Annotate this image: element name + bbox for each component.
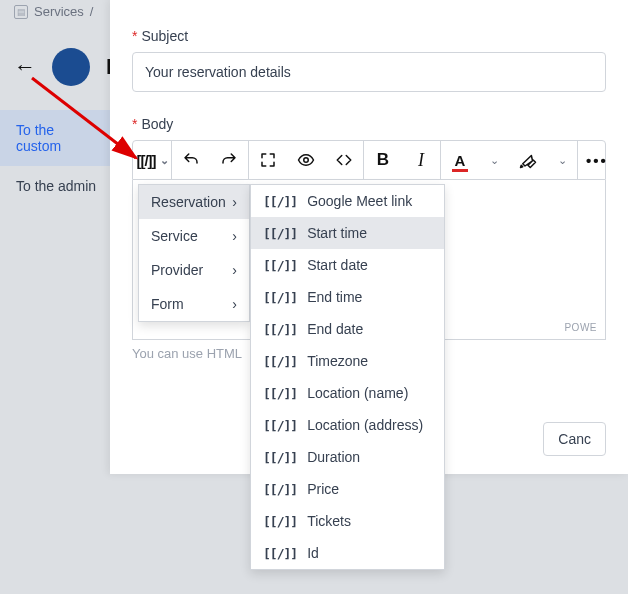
field-start-date[interactable]: [[/]]Start date	[251, 249, 444, 281]
merge-icon: [[/]]	[263, 194, 297, 209]
preview-button[interactable]	[287, 141, 325, 179]
field-tickets[interactable]: [[/]]Tickets	[251, 505, 444, 537]
chevron-down-icon: ⌄	[490, 154, 499, 167]
bold-button[interactable]: B	[364, 141, 402, 179]
required-marker: *	[132, 116, 137, 132]
menu-item-label: Reservation	[151, 194, 226, 210]
field-label: Start date	[307, 257, 368, 273]
marker-icon	[519, 151, 537, 169]
text-color-chevron[interactable]: ⌄	[479, 141, 509, 179]
field-label: Timezone	[307, 353, 368, 369]
avatar	[52, 48, 90, 86]
required-marker: *	[132, 28, 137, 44]
chevron-right-icon: ›	[232, 296, 237, 312]
sidebar-item-to-customer[interactable]: To the custom	[0, 110, 115, 166]
chevron-right-icon: ›	[232, 194, 237, 210]
back-arrow-icon[interactable]: ←	[14, 54, 36, 80]
merge-icon: [[/]]	[263, 418, 297, 433]
field-location-name[interactable]: [[/]]Location (name)	[251, 377, 444, 409]
italic-button[interactable]: I	[402, 141, 440, 179]
editor-toolbar: [[/]] ⌄ B I	[132, 140, 606, 180]
field-label: Start time	[307, 225, 367, 241]
menu-item-service[interactable]: Service ›	[139, 219, 249, 253]
merge-icon: [[/]]	[263, 226, 297, 241]
breadcrumb-root[interactable]: Services	[34, 4, 84, 19]
svg-point-0	[304, 158, 309, 163]
subject-input[interactable]	[132, 52, 606, 92]
sidebar-item-label: To the custom	[16, 122, 61, 154]
merge-glyph: [[/]]	[136, 152, 155, 169]
merge-icon: [[/]]	[263, 450, 297, 465]
merge-icon: [[/]]	[263, 514, 297, 529]
undo-icon	[182, 151, 200, 169]
text-color-button[interactable]: A	[441, 141, 479, 179]
merge-icon: [[/]]	[263, 258, 297, 273]
field-label: Location (name)	[307, 385, 408, 401]
menu-item-form[interactable]: Form ›	[139, 287, 249, 321]
code-icon	[335, 151, 353, 169]
field-label: End date	[307, 321, 363, 337]
field-end-time[interactable]: [[/]]End time	[251, 281, 444, 313]
menu-item-label: Form	[151, 296, 184, 312]
chevron-right-icon: ›	[232, 228, 237, 244]
eye-icon	[297, 151, 315, 169]
chevron-down-icon: ⌄	[558, 154, 567, 167]
highlight-chevron[interactable]: ⌄	[547, 141, 577, 179]
more-button[interactable]: •••	[578, 141, 616, 179]
merge-icon: [[/]]	[263, 290, 297, 305]
tb-group-more: •••	[578, 141, 616, 179]
subject-label: *Subject	[132, 28, 606, 44]
chevron-down-icon: ⌄	[160, 154, 168, 167]
field-end-date[interactable]: [[/]]End date	[251, 313, 444, 345]
merge-tags-button[interactable]: [[/]] ⌄	[133, 141, 171, 179]
body-label: *Body	[132, 116, 606, 132]
menu-item-label: Provider	[151, 262, 203, 278]
tb-group-format: B I	[364, 141, 441, 179]
field-label: Google Meet link	[307, 193, 412, 209]
modal-footer: Canc	[543, 422, 606, 456]
field-google-meet-link[interactable]: [[/]]Google Meet link	[251, 185, 444, 217]
field-label: Tickets	[307, 513, 351, 529]
tb-group-view	[249, 141, 364, 179]
field-location-address[interactable]: [[/]]Location (address)	[251, 409, 444, 441]
field-label: Id	[307, 545, 319, 561]
fullscreen-icon	[259, 151, 277, 169]
merge-icon: [[/]]	[263, 354, 297, 369]
breadcrumb-icon: ▤	[14, 5, 28, 19]
menu-item-provider[interactable]: Provider ›	[139, 253, 249, 287]
field-id[interactable]: [[/]]Id	[251, 537, 444, 569]
field-price[interactable]: [[/]]Price	[251, 473, 444, 505]
breadcrumb: ▤ Services /	[14, 4, 93, 19]
menu-item-label: Service	[151, 228, 198, 244]
merge-menu-categories: Reservation › Service › Provider › Form …	[138, 184, 250, 322]
merge-icon: [[/]]	[263, 386, 297, 401]
redo-button[interactable]	[210, 141, 248, 179]
field-timezone[interactable]: [[/]]Timezone	[251, 345, 444, 377]
field-label: End time	[307, 289, 362, 305]
redo-icon	[220, 151, 238, 169]
code-view-button[interactable]	[325, 141, 363, 179]
menu-item-reservation[interactable]: Reservation ›	[139, 185, 249, 219]
cancel-button[interactable]: Canc	[543, 422, 606, 456]
subject-field-group: *Subject	[132, 28, 606, 92]
powered-by-badge: POWE	[564, 322, 597, 333]
field-label: Duration	[307, 449, 360, 465]
breadcrumb-sep: /	[90, 4, 94, 19]
merge-menu-fields: [[/]]Google Meet link [[/]]Start time [[…	[250, 184, 445, 570]
undo-button[interactable]	[172, 141, 210, 179]
chevron-right-icon: ›	[232, 262, 237, 278]
field-duration[interactable]: [[/]]Duration	[251, 441, 444, 473]
field-label: Location (address)	[307, 417, 423, 433]
highlight-button[interactable]	[509, 141, 547, 179]
merge-icon: [[/]]	[263, 322, 297, 337]
field-start-time[interactable]: [[/]]Start time	[251, 217, 444, 249]
field-label: Price	[307, 481, 339, 497]
fullscreen-button[interactable]	[249, 141, 287, 179]
tb-group-color: A ⌄ ⌄	[441, 141, 578, 179]
tb-group-history	[172, 141, 249, 179]
merge-icon: [[/]]	[263, 546, 297, 561]
sidebar-item-to-admin[interactable]: To the admin	[0, 166, 115, 206]
merge-icon: [[/]]	[263, 482, 297, 497]
sidebar-item-label: To the admin	[16, 178, 96, 194]
sidebar: To the custom To the admin	[0, 110, 115, 206]
